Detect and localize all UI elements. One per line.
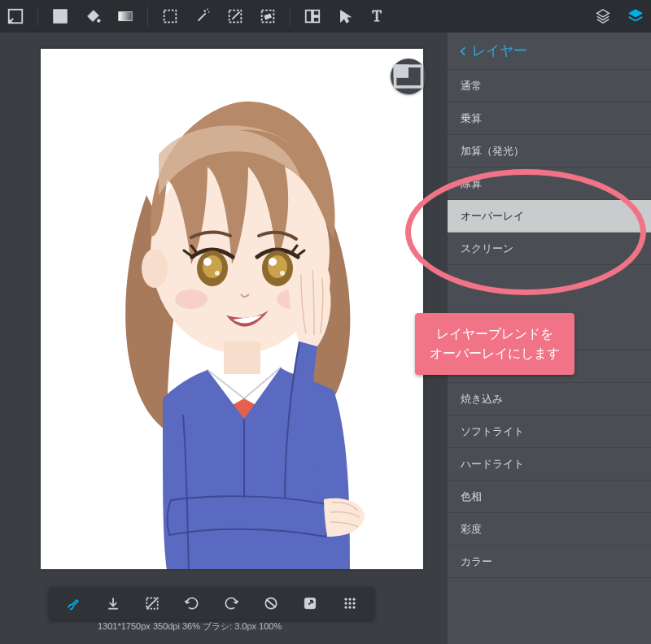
blend-mode-item[interactable]: 色相 bbox=[448, 481, 651, 513]
cursor-icon[interactable] bbox=[336, 7, 354, 25]
blend-mode-label: スクリーン bbox=[461, 242, 513, 256]
blend-mode-label: ソフトライト bbox=[461, 424, 524, 439]
svg-rect-10 bbox=[313, 17, 319, 22]
toolbar-misc-group: T bbox=[304, 7, 387, 25]
wand-icon[interactable] bbox=[194, 7, 212, 25]
reference-window-button[interactable] bbox=[391, 59, 426, 94]
panel-back-button[interactable]: レイヤー bbox=[448, 33, 651, 70]
svg-rect-9 bbox=[313, 11, 319, 15]
annotation-callout: レイヤーブレンドをオーバーレイにします bbox=[415, 313, 575, 375]
blend-mode-label: 焼き込み bbox=[461, 392, 503, 407]
svg-point-13 bbox=[142, 249, 168, 288]
top-toolbar: T bbox=[0, 0, 651, 33]
color-swatch-icon[interactable] bbox=[51, 7, 69, 25]
blend-mode-label: カラー bbox=[461, 555, 492, 569]
svg-text:T: T bbox=[373, 8, 382, 24]
panel-title: レイヤー bbox=[472, 41, 527, 60]
blend-mode-item[interactable]: オーバーレイ bbox=[448, 200, 651, 233]
blend-mode-label: 彩度 bbox=[461, 522, 482, 537]
svg-rect-3 bbox=[119, 12, 133, 21]
eraser-icon[interactable] bbox=[259, 7, 277, 25]
grid-icon[interactable] bbox=[342, 595, 358, 611]
rect-select-icon[interactable] bbox=[161, 7, 179, 25]
svg-point-37 bbox=[349, 607, 352, 609]
blend-mode-item[interactable]: ソフトライト bbox=[448, 416, 651, 448]
svg-point-21 bbox=[280, 271, 285, 276]
layout-icon[interactable] bbox=[304, 7, 321, 25]
brush-tool-icon[interactable] bbox=[226, 7, 244, 25]
canvas-area: 1301*1750px 350dpi 36% ブラシ: 3.0px 100% bbox=[0, 33, 448, 644]
blend-mode-item[interactable]: ハードライト bbox=[448, 448, 651, 481]
blend-mode-label: 乗算 bbox=[461, 111, 482, 126]
blend-mode-item[interactable]: 加算（発光） bbox=[448, 135, 651, 168]
rotate-cw-icon[interactable] bbox=[223, 595, 239, 611]
svg-rect-7 bbox=[264, 14, 271, 20]
layers-icon[interactable] bbox=[627, 7, 644, 25]
blend-mode-label: 通常 bbox=[461, 79, 482, 94]
toolbar-select-group bbox=[161, 7, 277, 25]
text-icon[interactable]: T bbox=[369, 7, 387, 25]
toolbar-left-group bbox=[7, 7, 24, 25]
canvas[interactable] bbox=[41, 49, 423, 569]
svg-point-35 bbox=[353, 603, 356, 605]
svg-point-36 bbox=[345, 607, 347, 609]
svg-point-34 bbox=[349, 603, 352, 605]
gradient-icon[interactable] bbox=[116, 7, 134, 25]
status-bar: 1301*1750px 350dpi 36% ブラシ: 3.0px 100% bbox=[98, 620, 282, 633]
svg-point-20 bbox=[215, 271, 220, 276]
blend-mode-item[interactable]: 除算 bbox=[448, 168, 651, 200]
svg-rect-26 bbox=[395, 66, 408, 76]
svg-rect-24 bbox=[224, 342, 260, 374]
blend-mode-item[interactable]: 通常 bbox=[448, 70, 651, 102]
bucket-icon[interactable] bbox=[84, 7, 102, 25]
resize-icon[interactable] bbox=[7, 7, 24, 25]
chevron-left-icon bbox=[457, 45, 469, 58]
blend-mode-label: 色相 bbox=[461, 490, 482, 504]
deselect-icon[interactable] bbox=[144, 595, 160, 611]
svg-rect-8 bbox=[306, 11, 312, 23]
blend-mode-item[interactable]: スクリーン bbox=[448, 233, 651, 265]
svg-point-2 bbox=[98, 20, 101, 23]
svg-point-31 bbox=[349, 598, 352, 601]
svg-point-32 bbox=[353, 598, 356, 601]
download-icon[interactable] bbox=[105, 595, 121, 611]
blend-mode-item[interactable]: 乗算 bbox=[448, 102, 651, 135]
svg-point-18 bbox=[203, 258, 212, 266]
svg-point-22 bbox=[175, 289, 208, 309]
blend-mode-label: 加算（発光） bbox=[461, 144, 524, 159]
blend-mode-item[interactable]: 焼き込み bbox=[448, 383, 651, 416]
brush-icon[interactable] bbox=[65, 595, 81, 611]
blend-mode-item[interactable]: 彩度 bbox=[448, 513, 651, 546]
svg-point-19 bbox=[269, 258, 277, 266]
svg-point-38 bbox=[353, 607, 356, 609]
svg-rect-1 bbox=[54, 10, 68, 24]
blend-mode-item[interactable]: カラー bbox=[448, 546, 651, 578]
toolbar-right-group bbox=[594, 7, 644, 25]
blend-mode-label: ハードライト bbox=[461, 457, 524, 472]
blend-mode-label: オーバーレイ bbox=[461, 209, 524, 224]
svg-rect-4 bbox=[164, 11, 177, 23]
toolbar-paint-group bbox=[51, 7, 134, 25]
artwork bbox=[41, 49, 423, 569]
svg-point-33 bbox=[345, 603, 347, 605]
share-icon[interactable] bbox=[302, 595, 318, 611]
blend-mode-label: 除算 bbox=[461, 176, 482, 191]
materials-icon[interactable] bbox=[594, 7, 612, 25]
svg-point-30 bbox=[345, 598, 347, 601]
flip-icon[interactable] bbox=[263, 595, 279, 611]
rotate-ccw-icon[interactable] bbox=[184, 595, 200, 611]
bottom-toolbar bbox=[49, 587, 374, 620]
